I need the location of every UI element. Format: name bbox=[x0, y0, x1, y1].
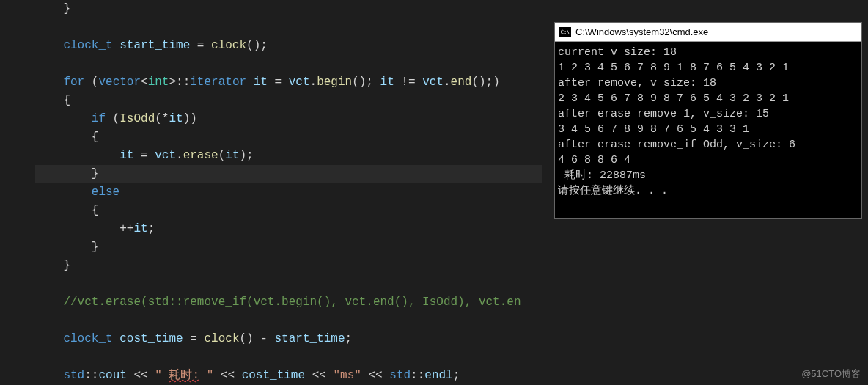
code-line[interactable]: } bbox=[35, 238, 542, 257]
code-line[interactable]: { bbox=[35, 92, 542, 110]
cmd-icon bbox=[559, 27, 571, 37]
code-editor[interactable]: } clock_t start_time = clock(); for (vec… bbox=[0, 0, 542, 385]
code-line[interactable] bbox=[35, 348, 542, 367]
code-line[interactable]: } bbox=[35, 257, 542, 275]
terminal-title-text: C:\Windows\system32\cmd.exe bbox=[575, 26, 708, 37]
terminal-output[interactable]: current v_size: 18 1 2 3 4 5 6 7 8 9 1 8… bbox=[555, 42, 861, 218]
code-line[interactable]: } bbox=[35, 165, 542, 183]
watermark-text: @51CTO博客 bbox=[801, 367, 861, 381]
code-line[interactable]: } bbox=[35, 0, 542, 18]
code-line[interactable]: clock_t start_time = clock(); bbox=[35, 37, 542, 55]
terminal-window: C:\Windows\system32\cmd.exe current v_si… bbox=[554, 22, 862, 219]
code-line[interactable]: else bbox=[35, 183, 542, 202]
code-line[interactable]: { bbox=[35, 128, 542, 147]
code-line[interactable]: it = vct.erase(it); bbox=[35, 147, 542, 165]
code-line[interactable]: { bbox=[35, 202, 542, 220]
code-line[interactable] bbox=[35, 55, 542, 73]
code-line[interactable]: //vct.erase(std::remove_if(vct.begin(), … bbox=[35, 293, 542, 312]
code-line[interactable]: for (vector<int>::iterator it = vct.begi… bbox=[35, 73, 542, 92]
code-line[interactable]: if (IsOdd(*it)) bbox=[35, 110, 542, 128]
code-line[interactable] bbox=[35, 18, 542, 37]
terminal-title-bar[interactable]: C:\Windows\system32\cmd.exe bbox=[555, 23, 861, 42]
code-line[interactable]: ++it; bbox=[35, 220, 542, 238]
code-line[interactable] bbox=[35, 275, 542, 293]
code-line[interactable]: clock_t cost_time = clock() - start_time… bbox=[35, 330, 542, 348]
code-line[interactable]: std::cout << " 耗时: " << cost_time << "ms… bbox=[35, 367, 542, 385]
code-line[interactable] bbox=[35, 312, 542, 330]
